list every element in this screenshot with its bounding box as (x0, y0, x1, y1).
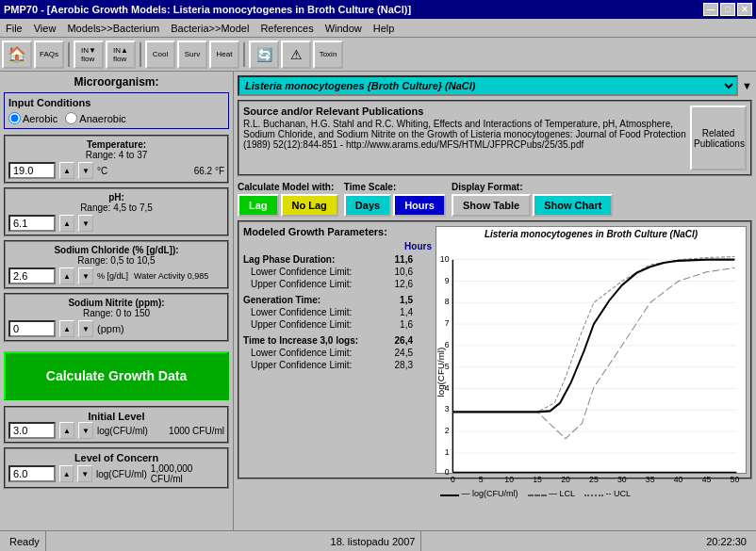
toolbar-warning[interactable]: ⚠ (281, 41, 311, 69)
title-bar-text: PMP70 - [Aerobic Growth Models: Listeria… (4, 4, 411, 15)
level-of-concern-cfu: 1,000,000 CFU/ml (151, 463, 224, 484)
svg-text:9: 9 (445, 275, 450, 285)
temperature-box: Temperature: Range: 4 to 37 ▲ ▼ °C 66.2 … (4, 135, 229, 184)
sodium-chloride-title: Sodium Chloride (% [g/dL]): (8, 245, 224, 255)
ph-input[interactable] (8, 215, 56, 232)
source-title: Source and/or Relevant Publications (243, 105, 686, 117)
initial-level-input[interactable] (8, 422, 56, 439)
anaerobic-radio-label[interactable]: Anaerobic (65, 112, 126, 124)
lag-button[interactable]: Lag (238, 194, 279, 217)
hours-button[interactable]: Hours (393, 194, 446, 217)
level-of-concern-input[interactable] (8, 465, 56, 482)
toolbar-faqs[interactable]: FAQs (34, 41, 64, 69)
left-panel: Microorganism: Input Conditions Aerobic … (0, 72, 234, 530)
menu-bar: File View Models>>Bacterium Bacteria>>Mo… (0, 19, 756, 38)
organism-dropdown[interactable]: Listeria monocytogenes {Broth Culture} (… (238, 75, 738, 96)
growth-params-box: Modeled Growth Parameters: Hours Lag Pha… (238, 220, 752, 479)
status-date: 18. listopadu 2007 (325, 531, 422, 551)
toolbar-surv[interactable]: Surv (177, 41, 207, 69)
growth-params-title: Modeled Growth Parameters: (243, 226, 432, 237)
display-format-title: Display Format: (452, 182, 523, 192)
anaerobic-radio[interactable] (65, 112, 77, 124)
initial-level-cfu: 1000 CFU/ml (169, 426, 224, 436)
sodium-chloride-input[interactable] (8, 267, 56, 284)
toolbar-inflow-down[interactable]: IN▼flow (74, 41, 104, 69)
svg-text:2: 2 (445, 426, 450, 436)
input-conditions-box: Input Conditions Aerobic Anaerobic (4, 92, 229, 129)
sodium-chloride-spin-up[interactable]: ▲ (59, 267, 74, 284)
initial-level-spin-down[interactable]: ▼ (78, 422, 93, 439)
temperature-title: Temperature: (8, 139, 224, 150)
minimize-button[interactable]: — (703, 3, 718, 16)
level-of-concern-spin-down[interactable]: ▼ (77, 465, 91, 482)
level-of-concern-title: Level of Concern (8, 452, 224, 463)
toolbar-heat[interactable]: Heat (209, 41, 239, 69)
main-content: Microorganism: Input Conditions Aerobic … (0, 72, 756, 530)
right-panel: Listeria monocytogenes {Broth Culture} (… (234, 72, 756, 530)
chart-legend: — log(CFU/ml) — LCL -- UCL (436, 487, 746, 500)
toolbar-rotate[interactable]: 🔄 (249, 41, 279, 69)
menu-window[interactable]: Window (320, 19, 368, 37)
maximize-button[interactable]: □ (720, 3, 735, 16)
aerobic-radio-label[interactable]: Aerobic (8, 112, 58, 124)
menu-file[interactable]: File (0, 19, 28, 37)
level-of-concern-row: ▲ ▼ log(CFU/ml) 1,000,000 CFU/ml (8, 463, 224, 484)
source-box: Source and/or Relevant Publications R.L.… (238, 100, 752, 176)
menu-bacteria[interactable]: Bacteria>>Model (165, 19, 255, 37)
time-increase-row: Time to Increase 3,0 logs: 26,4 (243, 334, 413, 347)
sodium-chloride-spin-down[interactable]: ▼ (78, 267, 93, 284)
generation-time-lower-row: Lower Confidence Limit: 1,4 (243, 306, 413, 318)
level-of-concern-spin-up[interactable]: ▲ (59, 465, 74, 482)
svg-text:log(CFU/ml): log(CFU/ml) (436, 348, 445, 397)
sodium-nitrite-spin-down[interactable]: ▼ (78, 320, 93, 337)
toolbar-cool[interactable]: Cool (145, 41, 175, 69)
title-bar: PMP70 - [Aerobic Growth Models: Listeria… (0, 0, 756, 19)
lag-phase-upper-row: Upper Confidence Limit: 12,6 (243, 278, 413, 290)
ph-spin-up[interactable]: ▲ (59, 215, 74, 232)
time-scale-btn-group: Days Hours (344, 194, 446, 217)
toolbar-sep-2 (140, 42, 141, 67)
initial-level-spin-up[interactable]: ▲ (59, 422, 74, 439)
display-format-btn-group: Show Table Show Chart (452, 194, 613, 217)
menu-view[interactable]: View (28, 19, 62, 37)
toolbar-inflow-up[interactable]: IN▲flow (106, 41, 136, 69)
time-scale-title: Time Scale: (344, 182, 396, 192)
days-button[interactable]: Days (344, 194, 391, 217)
temperature-spin-down[interactable]: ▼ (78, 162, 93, 179)
time-scale-section: Time Scale: Days Hours (344, 182, 446, 217)
svg-text:3: 3 (445, 404, 450, 414)
dropdown-arrow: ▼ (742, 80, 752, 91)
calculate-button[interactable]: Calculate Growth Data (4, 351, 229, 400)
menu-help[interactable]: Help (368, 19, 401, 37)
sodium-nitrite-input[interactable] (8, 320, 56, 337)
svg-text:50: 50 (731, 475, 740, 485)
temperature-input-row: ▲ ▼ °C 66.2 °F (8, 162, 224, 179)
temperature-spin-up[interactable]: ▲ (59, 162, 74, 179)
organism-dropdown-row: Listeria monocytogenes {Broth Culture} (… (238, 75, 752, 96)
params-data-section: Modeled Growth Parameters: Hours Lag Pha… (243, 226, 432, 474)
sodium-nitrite-unit: (ppm) (97, 323, 124, 334)
menu-models[interactable]: Models>>Bacterium (61, 19, 165, 37)
water-activity: Water Activity 0,985 (134, 271, 208, 281)
svg-text:20: 20 (561, 475, 570, 485)
toolbar-toxin[interactable]: Toxin (313, 41, 343, 69)
sodium-nitrite-spin-up[interactable]: ▲ (59, 320, 74, 337)
related-publications-button[interactable]: Related Publications (690, 105, 747, 170)
svg-text:0: 0 (451, 475, 455, 485)
svg-text:15: 15 (533, 475, 542, 485)
legend-lcl: — LCL (528, 489, 576, 498)
lag-phase-row: Lag Phase Duration: 11,6 (243, 253, 413, 266)
aerobic-radio[interactable] (8, 112, 21, 124)
show-table-button[interactable]: Show Table (452, 194, 531, 217)
model-options-row: Calculate Model with: Lag No Lag Time Sc… (238, 182, 752, 217)
time-increase-upper-row: Upper Confidence Limit: 28,3 (243, 359, 413, 371)
input-conditions-title: Input Conditions (8, 97, 224, 108)
temperature-input[interactable] (8, 162, 56, 179)
no-lag-button[interactable]: No Lag (281, 194, 338, 217)
close-button[interactable]: ✕ (737, 3, 752, 16)
generation-time-upper-row: Upper Confidence Limit: 1,6 (243, 318, 413, 331)
show-chart-button[interactable]: Show Chart (533, 194, 613, 217)
ph-spin-down[interactable]: ▼ (78, 215, 93, 232)
toolbar-home[interactable]: 🏠 (2, 41, 32, 69)
menu-references[interactable]: References (255, 19, 319, 37)
